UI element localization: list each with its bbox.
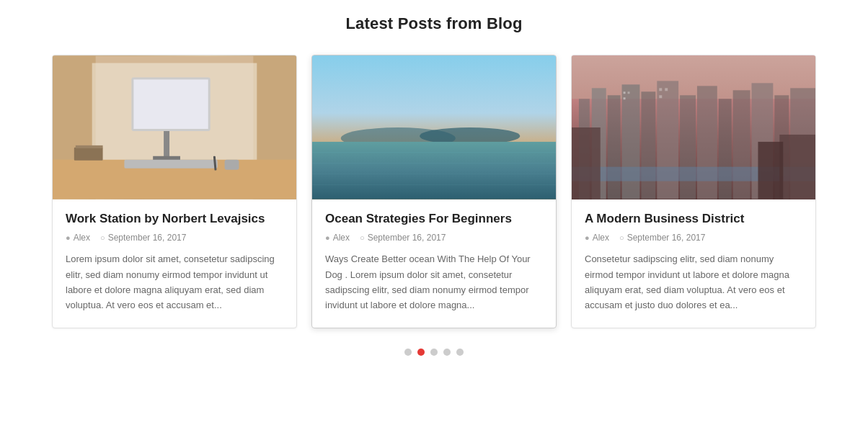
card-2-date: ○ September 16, 2017 [360, 233, 446, 243]
user-icon-2: ● [325, 233, 330, 242]
card-1-body: Work Station by Norbert Levajsics ● Alex… [53, 199, 296, 328]
card-3-image [572, 55, 815, 199]
svg-rect-28 [641, 91, 655, 199]
card-2-body: Ocean Strategies For Beginners ● Alex ○ … [312, 199, 556, 328]
card-1-image [53, 55, 296, 199]
svg-rect-32 [719, 99, 732, 199]
blog-cards-container: Work Station by Norbert Levajsics ● Alex… [30, 55, 838, 328]
svg-rect-23 [572, 56, 815, 99]
dot-3[interactable] [443, 349, 451, 356]
blog-card-3[interactable]: A Modern Business District ● Alex ○ Sept… [571, 55, 816, 328]
section-title: Latest Posts from Blog [345, 14, 522, 33]
blog-card-2[interactable]: Ocean Strategies For Beginners ● Alex ○ … [311, 55, 557, 328]
svg-rect-31 [697, 86, 717, 199]
svg-rect-40 [659, 88, 662, 91]
clock-icon-1: ○ [100, 233, 105, 242]
card-1-meta: ● Alex ○ September 16, 2017 [66, 233, 283, 243]
svg-rect-37 [624, 91, 626, 94]
svg-rect-46 [758, 142, 783, 199]
card-2-image [312, 55, 556, 199]
svg-rect-30 [680, 95, 696, 199]
svg-rect-33 [733, 90, 750, 199]
card-1-author: ● Alex [66, 233, 90, 243]
card-3-title: A Modern Business District [585, 211, 802, 227]
card-1-excerpt: Lorem ipsum dolor sit amet, consetetur s… [66, 251, 283, 313]
blog-card-1[interactable]: Work Station by Norbert Levajsics ● Alex… [52, 55, 297, 328]
svg-rect-38 [628, 91, 630, 94]
user-icon-3: ● [585, 233, 590, 242]
svg-rect-41 [665, 88, 668, 91]
svg-rect-11 [74, 148, 103, 161]
clock-icon-3: ○ [619, 233, 624, 242]
card-3-body: A Modern Business District ● Alex ○ Sept… [572, 199, 815, 328]
clock-icon-2: ○ [360, 233, 365, 242]
svg-rect-9 [124, 160, 217, 169]
card-3-meta: ● Alex ○ September 16, 2017 [585, 233, 802, 243]
card-2-meta: ● Alex ○ September 16, 2017 [325, 233, 543, 243]
card-3-excerpt: Consetetur sadipscing elitr, sed diam no… [585, 251, 802, 313]
dot-1[interactable] [417, 349, 425, 356]
svg-rect-45 [779, 135, 815, 199]
svg-rect-42 [659, 95, 662, 98]
card-2-title: Ocean Strategies For Beginners [325, 211, 543, 227]
svg-rect-26 [608, 95, 621, 199]
card-2-author: ● Alex [325, 233, 350, 243]
svg-rect-27 [622, 84, 640, 199]
svg-rect-12 [76, 145, 103, 148]
card-3-author: ● Alex [585, 233, 609, 243]
card-3-date: ○ September 16, 2017 [619, 233, 705, 243]
svg-rect-44 [572, 127, 601, 199]
svg-rect-29 [657, 81, 678, 199]
svg-rect-17 [312, 142, 556, 199]
pagination-dots [404, 349, 464, 356]
card-1-date: ○ September 16, 2017 [100, 233, 186, 243]
card-2-excerpt: Ways Create Better ocean With The Help O… [325, 251, 543, 313]
svg-rect-39 [624, 97, 626, 99]
card-1-title: Work Station by Norbert Levajsics [66, 211, 283, 227]
svg-rect-10 [225, 160, 239, 170]
dot-2[interactable] [430, 349, 438, 356]
user-icon-1: ● [66, 233, 71, 242]
dot-0[interactable] [404, 349, 412, 356]
dot-4[interactable] [456, 349, 464, 356]
svg-rect-8 [133, 79, 208, 129]
